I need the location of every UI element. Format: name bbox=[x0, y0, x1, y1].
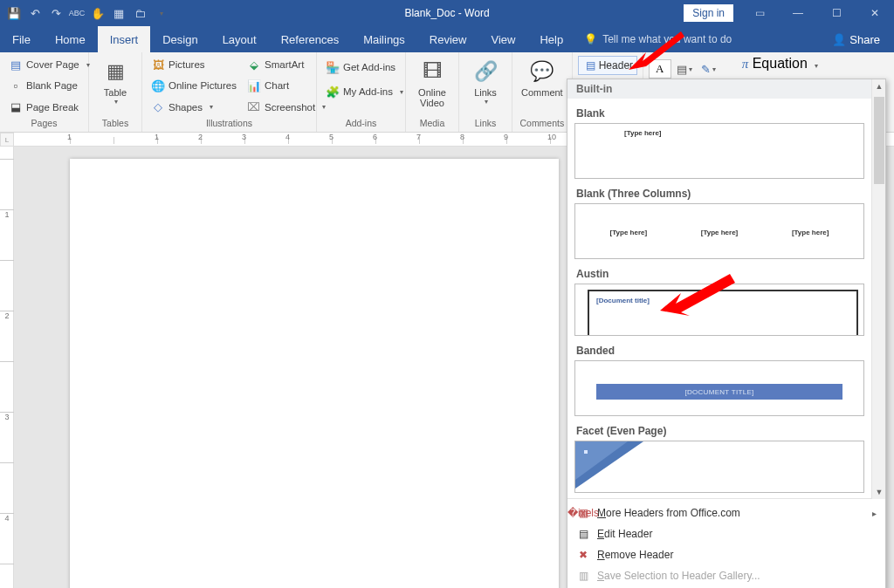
group-label-media: Media bbox=[411, 118, 453, 132]
group-label-addins: Add-ins bbox=[322, 118, 400, 132]
chevron-right-icon: ▸ bbox=[872, 509, 877, 518]
header-icon: ▤ bbox=[586, 59, 595, 72]
group-pages: ▤Cover Page ▫Blank Page ⬓Page Break Page… bbox=[0, 52, 89, 132]
page-break-button[interactable]: ⬓Page Break bbox=[5, 98, 93, 117]
smartart-icon: ⬙ bbox=[247, 58, 261, 72]
screenshot-icon: ⌧ bbox=[247, 100, 261, 114]
group-label-tables: Tables bbox=[94, 118, 136, 132]
save-icon[interactable]: 💾 bbox=[5, 4, 23, 22]
table-icon: ▦ bbox=[101, 58, 129, 85]
group-addins: 🏪Get Add-ins 🧩My Add-ins Add-ins bbox=[317, 52, 406, 132]
tab-review[interactable]: Review bbox=[417, 26, 479, 52]
header-button[interactable]: ▤ Header ▾ bbox=[578, 56, 637, 75]
tab-file[interactable]: File bbox=[0, 26, 43, 52]
minimize-icon[interactable]: — bbox=[779, 0, 817, 26]
sign-in-button[interactable]: Sign in bbox=[684, 4, 733, 22]
header-gallery-dropdown: Built-in Blank [Type here] Blank (Three … bbox=[567, 79, 886, 588]
blank-page-button[interactable]: ▫Blank Page bbox=[5, 76, 93, 95]
shapes-icon: ◇ bbox=[151, 100, 165, 114]
share-icon: 👤 bbox=[832, 33, 846, 46]
folder-icon[interactable]: 🗀 bbox=[131, 4, 148, 22]
share-button[interactable]: 👤 Share bbox=[818, 26, 894, 52]
vertical-ruler[interactable]: 12345678 bbox=[0, 147, 14, 588]
comment-button[interactable]: 💬 Comment bbox=[518, 54, 567, 118]
scroll-up-icon[interactable]: ▲ bbox=[872, 79, 886, 93]
save-gallery-icon: ▥ bbox=[576, 569, 590, 583]
lightbulb-icon: 💡 bbox=[584, 33, 597, 45]
pictures-icon: 🖼 bbox=[151, 58, 165, 72]
chart-icon: 📊 bbox=[247, 79, 261, 92]
my-addins-button[interactable]: 🧩My Add-ins bbox=[322, 82, 407, 101]
ribbon-tabs: File Home Insert Design Layout Reference… bbox=[0, 26, 894, 52]
remove-header[interactable]: ✖ Remove Header bbox=[567, 544, 885, 565]
table-button[interactable]: ▦ Table bbox=[94, 54, 136, 118]
group-links: 🔗 Links Links bbox=[459, 52, 512, 132]
group-media: 🎞 Online Video Media bbox=[406, 52, 459, 132]
gallery-item-blank[interactable]: Blank [Type here] bbox=[574, 104, 864, 179]
equation-icon: π bbox=[742, 57, 749, 71]
group-illustrations: 🖼Pictures 🌐Online Pictures ◇Shapes ⬙Smar… bbox=[142, 52, 317, 132]
quick-parts-button[interactable]: ▤ bbox=[673, 59, 696, 79]
edit-header[interactable]: ▤ Edit Header bbox=[567, 523, 885, 544]
save-selection-header-gallery: ▥ Save Selection to Header Gallery... bbox=[567, 565, 885, 586]
qat-customize[interactable] bbox=[152, 4, 169, 22]
blank-page-icon: ▫ bbox=[9, 79, 23, 92]
spell-icon[interactable]: ABC bbox=[68, 4, 86, 22]
gallery-item-blank-three[interactable]: Blank (Three Columns) [Type here] [Type … bbox=[574, 184, 864, 259]
tab-layout[interactable]: Layout bbox=[210, 26, 269, 52]
more-headers-office[interactable]: �ixels ▦ More Headers from Office.com ▸ bbox=[567, 503, 885, 523]
group-tables: ▦ Table Tables bbox=[89, 52, 142, 132]
undo-icon[interactable]: ↶ bbox=[26, 4, 44, 22]
cover-page-button[interactable]: ▤Cover Page bbox=[5, 55, 93, 74]
gallery-item-banded[interactable]: Banded [DOCUMENT TITLE] bbox=[574, 341, 864, 416]
shapes-button[interactable]: ◇Shapes bbox=[148, 98, 240, 117]
remove-header-icon: ✖ bbox=[576, 548, 590, 562]
equation-button[interactable]: π Equation bbox=[742, 56, 819, 77]
tab-insert[interactable]: Insert bbox=[98, 26, 151, 52]
online-pictures-button[interactable]: 🌐Online Pictures bbox=[148, 76, 240, 95]
tab-design[interactable]: Design bbox=[150, 26, 210, 52]
page-break-icon: ⬓ bbox=[9, 100, 23, 114]
comment-icon: 💬 bbox=[528, 58, 556, 85]
gallery-item-facet-even[interactable]: Facet (Even Page) bbox=[574, 421, 864, 493]
edit-header-icon: ▤ bbox=[576, 527, 590, 541]
group-label-links: Links bbox=[464, 118, 506, 132]
share-label: Share bbox=[849, 33, 880, 46]
store-icon: 🏪 bbox=[326, 60, 340, 74]
group-label-illustrations: Illustrations bbox=[148, 118, 311, 132]
online-pictures-icon: 🌐 bbox=[151, 79, 165, 92]
tab-references[interactable]: References bbox=[269, 26, 351, 52]
cover-page-icon: ▤ bbox=[9, 58, 23, 72]
pictures-button[interactable]: 🖼Pictures bbox=[148, 55, 240, 74]
tell-me-label: Tell me what you want to do bbox=[602, 33, 732, 45]
close-icon[interactable]: ✕ bbox=[856, 0, 894, 26]
scroll-thumb[interactable] bbox=[874, 97, 884, 184]
gallery-footer: �ixels ▦ More Headers from Office.com ▸ … bbox=[567, 498, 885, 588]
get-addins-button[interactable]: 🏪Get Add-ins bbox=[322, 58, 407, 77]
title-bar: 💾 ↶ ↷ ABC ✋ ▦ 🗀 Blank_Doc - Word Sign in… bbox=[0, 0, 894, 26]
document-page[interactable] bbox=[70, 159, 559, 588]
tab-mailings[interactable]: Mailings bbox=[351, 26, 417, 52]
tell-me-search[interactable]: 💡 Tell me what you want to do bbox=[575, 26, 740, 52]
tab-home[interactable]: Home bbox=[43, 26, 98, 52]
online-video-button[interactable]: 🎞 Online Video bbox=[411, 54, 453, 118]
tab-view[interactable]: View bbox=[478, 26, 527, 52]
table-qat-icon[interactable]: ▦ bbox=[110, 4, 127, 22]
group-label-comments: Comments bbox=[518, 118, 567, 132]
redo-icon[interactable]: ↷ bbox=[47, 4, 65, 22]
scroll-down-icon[interactable]: ▼ bbox=[872, 485, 886, 499]
wordart-button[interactable]: ✎ bbox=[698, 59, 720, 79]
video-icon: 🎞 bbox=[418, 58, 446, 85]
links-button[interactable]: 🔗 Links bbox=[464, 54, 506, 118]
group-comments: 💬 Comment Comments bbox=[512, 52, 573, 132]
hand-icon[interactable]: ✋ bbox=[89, 4, 107, 22]
gallery-scrollbar[interactable]: ▲ ▼ bbox=[871, 79, 885, 499]
gallery-section-builtin: Built-in bbox=[567, 79, 885, 99]
tab-help[interactable]: Help bbox=[527, 26, 575, 52]
ribbon-display-icon[interactable]: ▭ bbox=[740, 0, 779, 26]
gallery-item-austin[interactable]: Austin [Document title] bbox=[574, 264, 864, 336]
textbox-button[interactable]: A bbox=[649, 59, 671, 79]
ruler-corner: L bbox=[0, 133, 14, 147]
maximize-icon[interactable]: ☐ bbox=[817, 0, 856, 26]
link-icon: 🔗 bbox=[471, 58, 499, 85]
